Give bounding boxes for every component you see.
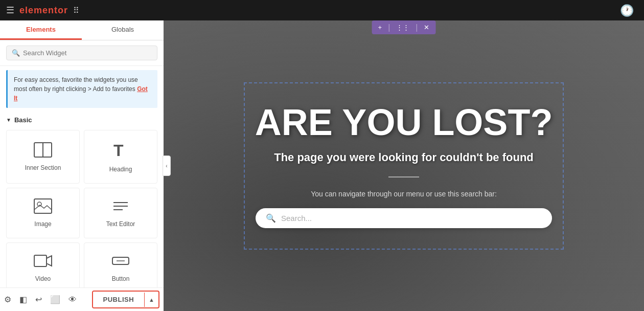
section-toolbar: + | ⋮⋮ | ✕ <box>372 20 436 34</box>
info-box: For easy access, favorite the widgets yo… <box>6 70 157 108</box>
widget-video[interactable]: Video <box>6 242 80 287</box>
svg-rect-8 <box>34 255 47 266</box>
widget-button[interactable]: Button <box>84 242 157 287</box>
search-input[interactable] <box>23 49 152 57</box>
basic-arrow-icon: ▼ <box>6 117 11 123</box>
image-icon <box>34 198 52 217</box>
video-label: Video <box>35 275 51 282</box>
main-layout: Elements Globals 🔍 For easy access, favo… <box>0 20 644 311</box>
info-box-text: For easy access, favorite the widgets yo… <box>14 76 138 93</box>
bottom-icons: ⚙ ◧ ↩ ⬜ 👁 <box>4 295 77 304</box>
inner-section-icon <box>34 142 52 161</box>
canvas-area[interactable]: + | ⋮⋮ | ✕ ARE YOU LOST? The page you we… <box>164 20 644 311</box>
button-icon <box>111 253 130 272</box>
publish-button[interactable]: PUBLISH <box>93 292 145 307</box>
search-bar-placeholder: Search... <box>281 214 312 223</box>
text-editor-icon <box>111 198 130 217</box>
sidebar: Elements Globals 🔍 For easy access, favo… <box>0 20 164 311</box>
settings-icon[interactable]: ⚙ <box>4 295 11 304</box>
page-description: You can navigate through our menu or use… <box>311 190 497 198</box>
svg-marker-9 <box>47 256 52 266</box>
clock-icon: 🕐 <box>620 4 634 17</box>
preview-icon[interactable]: 👁 <box>68 295 77 304</box>
heading-icon: T <box>111 141 130 163</box>
elementor-logo: elementor <box>19 5 68 16</box>
publish-button-wrapper: PUBLISH ▲ <box>92 291 159 308</box>
page-content-wrapper: ARE YOU LOST? The page you were looking … <box>244 82 564 250</box>
canvas-background: + | ⋮⋮ | ✕ ARE YOU LOST? The page you we… <box>164 20 644 311</box>
text-editor-label: Text Editor <box>106 220 135 228</box>
heading-label: Heading <box>109 166 132 173</box>
widget-inner-section[interactable]: Inner Section <box>6 130 80 184</box>
basic-section-label[interactable]: ▼ Basic <box>0 112 164 128</box>
grid-icon[interactable]: ⠿ <box>73 6 79 15</box>
search-bar[interactable]: 🔍 Search... <box>256 208 552 228</box>
layers-icon[interactable]: ◧ <box>19 295 27 304</box>
toolbar-separator-1: | <box>388 23 390 32</box>
top-bar-left: ☰ elementor ⠿ <box>6 5 79 16</box>
page-title: ARE YOU LOST? <box>255 104 553 141</box>
publish-dropdown-button[interactable]: ▲ <box>144 293 158 307</box>
history-icon[interactable]: ↩ <box>35 295 42 304</box>
basic-label-text: Basic <box>14 116 32 124</box>
svg-text:T: T <box>113 141 124 159</box>
video-icon <box>34 253 52 272</box>
toolbar-separator-2: | <box>416 23 418 32</box>
top-bar: ☰ elementor ⠿ 🕐 Watch late <box>0 0 644 20</box>
widget-image[interactable]: Image <box>6 188 80 238</box>
page-subtitle: The page you were looking for couldn't b… <box>274 151 534 164</box>
widget-heading[interactable]: T Heading <box>84 130 157 184</box>
inner-section-label: Inner Section <box>25 164 61 171</box>
tab-globals[interactable]: Globals <box>82 20 164 40</box>
hamburger-icon[interactable]: ☰ <box>6 5 14 16</box>
sidebar-tabs: Elements Globals <box>0 20 164 40</box>
collapse-sidebar-button[interactable]: ‹ <box>163 156 171 176</box>
toolbar-add-button[interactable]: + <box>376 23 384 32</box>
page-divider <box>388 176 419 177</box>
widget-grid: Inner Section T Heading <box>0 128 164 287</box>
sidebar-bottom: ⚙ ◧ ↩ ⬜ 👁 PUBLISH ▲ <box>0 287 164 311</box>
search-container: 🔍 <box>0 40 164 66</box>
search-bar-icon: 🔍 <box>266 213 276 223</box>
button-label: Button <box>112 275 130 282</box>
search-input-wrapper: 🔍 <box>6 46 157 60</box>
toolbar-close-button[interactable]: ✕ <box>422 23 431 32</box>
search-icon: 🔍 <box>12 49 20 57</box>
tab-elements[interactable]: Elements <box>0 20 82 40</box>
image-label: Image <box>34 220 51 228</box>
responsive-icon[interactable]: ⬜ <box>50 295 60 304</box>
svg-rect-3 <box>34 199 52 213</box>
widget-text-editor[interactable]: Text Editor <box>84 188 157 238</box>
toolbar-move-button[interactable]: ⋮⋮ <box>394 23 411 32</box>
